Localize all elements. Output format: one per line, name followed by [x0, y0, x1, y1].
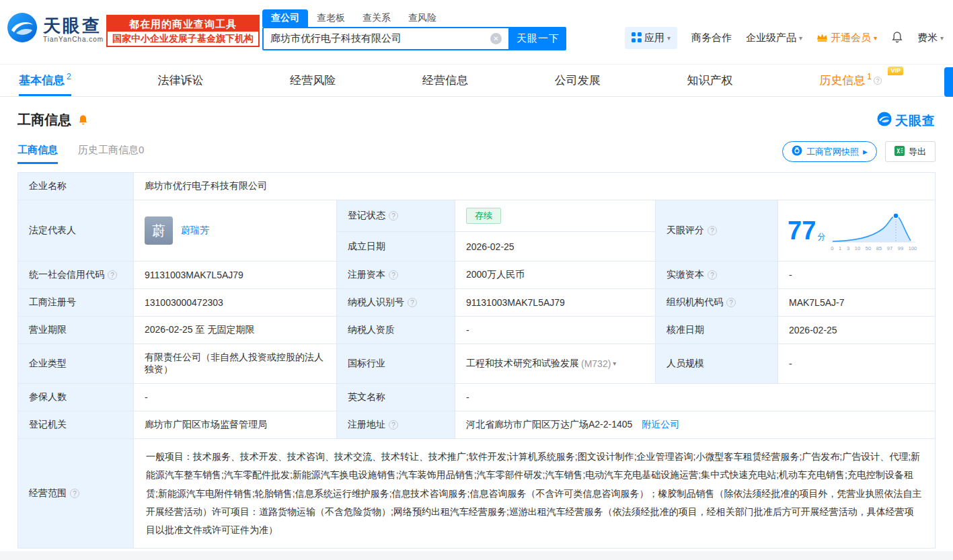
tianyancha-logo-icon	[7, 12, 38, 46]
apps-menu-label: 应用	[644, 32, 664, 44]
chevron-down-icon: ▾	[799, 35, 802, 42]
side-float-handle[interactable]	[944, 67, 953, 97]
nearby-companies-link[interactable]: 附近公司	[642, 419, 679, 430]
promo-slogan: 都在用的商业查询工具 国家中小企业发展子基金旗下机构	[106, 15, 260, 47]
info-icon[interactable]: ?	[408, 298, 417, 307]
tab-operation-risk[interactable]: 经营风险	[290, 65, 336, 96]
business-term-value: 2026-02-25 至 无固定期限	[134, 317, 337, 344]
chevron-down-icon[interactable]: ▾	[613, 360, 616, 367]
crown-icon	[816, 32, 828, 44]
vip-upgrade-label: 开通会员	[831, 32, 871, 44]
table-row: 参保人数 - 英文名称 -	[18, 384, 936, 411]
uscc-value: 91131003MAK7L5AJ79	[134, 262, 337, 289]
company-type-label: 企业类型	[18, 344, 134, 384]
table-row: 经营范围? 一般项目：技术服务、技术开发、技术咨询、技术交流、技术转让、技术推广…	[18, 439, 936, 549]
user-name-label: 费米	[917, 32, 938, 44]
legal-rep-cell: 蔚 蔚瑞芳	[134, 200, 337, 262]
legal-rep-avatar[interactable]: 蔚	[145, 216, 173, 245]
subtab-history-business-info[interactable]: 历史工商信息0	[78, 144, 144, 164]
info-icon[interactable]: ?	[708, 270, 717, 280]
search-input-box[interactable]: ✕	[262, 27, 510, 50]
reg-no-label: 工商注册号	[18, 289, 134, 317]
info-icon[interactable]: ?	[389, 211, 398, 221]
info-icon[interactable]: ?	[70, 489, 79, 498]
establish-date-value: 2026-02-25	[455, 232, 656, 262]
table-row: 法定代表人 蔚 蔚瑞芳 登记状态? 存续 天眼评分?	[18, 200, 936, 232]
table-row: 企业名称 廊坊市优行电子科技有限公司	[18, 173, 936, 200]
search-tabs: 查公司 查老板 查关系 查风险	[262, 9, 566, 27]
excel-icon	[894, 146, 905, 158]
score-curve-chart: 0131050859799100	[831, 210, 917, 251]
info-icon[interactable]: ?	[389, 270, 398, 280]
help-icon[interactable]: ?	[874, 77, 882, 85]
user-account-menu[interactable]: 费米 ▾	[917, 32, 944, 44]
establish-date-label: 成立日期	[337, 232, 455, 262]
score-cell: 77分 0131050859799100	[778, 200, 936, 262]
search-tab-company[interactable]: 查公司	[262, 9, 308, 27]
business-scope-value: 一般项目：技术服务、技术开发、技术咨询、技术交流、技术转让、技术推广;软件开发;…	[134, 439, 936, 549]
info-icon[interactable]: ?	[726, 298, 736, 307]
staff-size-value: -	[778, 344, 936, 384]
business-cooperation-link[interactable]: 商务合作	[691, 32, 732, 44]
business-term-label: 营业期限	[18, 317, 134, 344]
tab-legal-proceedings[interactable]: 法律诉讼	[157, 65, 203, 96]
chevron-down-icon: ▾	[667, 35, 671, 42]
apps-menu[interactable]: 应用 ▾	[625, 27, 677, 49]
org-code-label: 组织机构代码?	[656, 289, 778, 317]
notification-bell[interactable]	[891, 31, 903, 45]
table-row: 营业期限 2026-02-25 至 无固定期限 纳税人资质 - 核准日期 202…	[18, 317, 936, 344]
tab-history-info[interactable]: 历史信息 1 ? VIP	[819, 65, 899, 96]
reg-capital-label: 注册资本?	[337, 262, 455, 289]
industry-name: 工程和技术研究和试验发展	[466, 358, 579, 370]
industry-value: 工程和技术研究和试验发展 (M732) ▾	[455, 344, 656, 384]
enterprise-products-menu[interactable]: 企业级产品 ▾	[746, 32, 802, 44]
logo-brand-text: 天眼查	[43, 15, 104, 36]
enterprise-products-label: 企业级产品	[746, 32, 796, 44]
grid-icon	[632, 32, 642, 44]
top-header: 天眼查 TianYanCha.com 都在用的商业查询工具 国家中小企业发展子基…	[0, 0, 953, 64]
chevron-down-icon: ▾	[940, 35, 944, 42]
table-row: 工商注册号 131003000472303 纳税人识别号? 91131003MA…	[18, 289, 936, 317]
taxpayer-quality-value: -	[455, 317, 656, 344]
org-code-value: MAK7L5AJ-7	[778, 289, 936, 317]
legal-rep-label: 法定代表人	[18, 200, 134, 262]
search-tab-boss[interactable]: 查老板	[308, 9, 354, 27]
tab-intellectual-property[interactable]: 知识产权	[687, 65, 733, 96]
tianyancha-logo[interactable]: 天眼查 TianYanCha.com	[7, 12, 104, 46]
info-icon[interactable]: ?	[108, 270, 117, 280]
official-snapshot-label: 工商官网快照	[806, 146, 859, 158]
search-input[interactable]	[270, 33, 490, 44]
official-snapshot-button[interactable]: 工商官网快照 ▶	[782, 141, 877, 162]
paid-capital-value: -	[778, 262, 936, 289]
status-badge: 存续	[466, 208, 501, 224]
main-content: 工商信息 天眼查 工商信息 历史工商信息0	[0, 110, 953, 549]
search-tab-relation[interactable]: 查关系	[354, 9, 399, 27]
subtab-business-info[interactable]: 工商信息	[17, 144, 58, 164]
logo-domain-text: TianYanCha.com	[43, 36, 104, 43]
company-name-label: 企业名称	[18, 173, 134, 200]
tab-operation-info[interactable]: 经营信息	[422, 65, 468, 96]
search-button[interactable]: 天眼一下	[510, 27, 566, 50]
tianyancha-watermark-icon	[877, 112, 892, 130]
approval-date-label: 核准日期	[656, 317, 778, 344]
score-unit: 分	[817, 232, 825, 241]
tianyancha-watermark-text: 天眼查	[895, 112, 936, 130]
clear-search-icon[interactable]: ✕	[490, 33, 502, 44]
monitor-bell-icon[interactable]	[77, 114, 89, 126]
english-name-label: 英文名称	[337, 384, 455, 411]
table-row: 登记机关 廊坊市广阳区市场监督管理局 注册地址? 河北省廊坊市广阳区万达广场A2…	[18, 411, 936, 439]
tianyancha-watermark: 天眼查	[877, 112, 936, 130]
english-name-value: -	[455, 384, 936, 411]
vip-upgrade-menu[interactable]: 开通会员 ▾	[816, 32, 877, 44]
legal-rep-link[interactable]: 蔚瑞芳	[181, 225, 209, 237]
info-icon[interactable]: ?	[708, 226, 717, 235]
business-scope-label: 经营范围?	[18, 439, 134, 549]
export-button[interactable]: 导出	[885, 141, 936, 162]
play-icon: ▶	[863, 149, 868, 155]
business-info-subtabs: 工商信息 历史工商信息0 工商官网快照 ▶	[17, 141, 936, 164]
info-icon[interactable]: ?	[389, 420, 398, 430]
tab-basic-info[interactable]: 基本信息 2	[19, 65, 71, 96]
promo-slogan-line2: 国家中小企业发展子基金旗下机构	[108, 32, 258, 46]
search-tab-risk[interactable]: 查风险	[399, 9, 445, 27]
tab-company-development[interactable]: 公司发展	[555, 65, 601, 96]
